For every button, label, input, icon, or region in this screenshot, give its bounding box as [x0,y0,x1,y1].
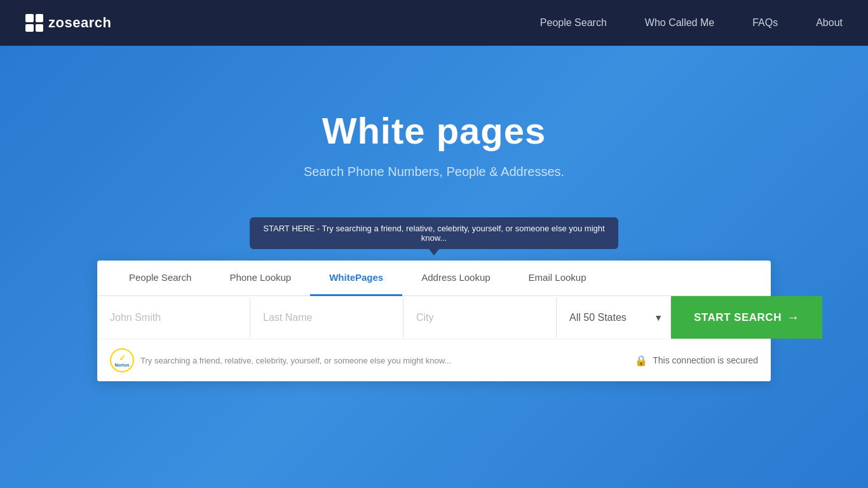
hero-subtitle: Search Phone Numbers, People & Addresses… [304,165,564,179]
search-button-label: START SEARCH [694,311,782,324]
search-form: All 50 StatesAlabamaAlaskaArizonaArkansa… [97,296,771,339]
state-select[interactable]: All 50 StatesAlabamaAlaskaArizonaArkansa… [564,298,654,337]
norton-text: Try searching a friend, relative, celebr… [140,356,451,365]
secure-badge: 🔒 This connection is secured [635,355,758,367]
tab-email-lookup[interactable]: Email Lookup [510,261,606,296]
nav-who-called-me[interactable]: Who Called Me [645,17,714,29]
chevron-down-icon: ▼ [654,313,663,323]
logo-text: zosearch [48,15,111,31]
search-widget: People Search Phone Lookup WhitePages Ad… [97,261,771,381]
nav-faqs[interactable]: FAQs [752,17,778,29]
start-search-button[interactable]: START SEARCH → [671,296,822,339]
logo[interactable]: zosearch [25,14,111,32]
lock-icon: 🔒 [635,355,648,367]
tooltip-text: START HERE - Try searching a friend, rel… [263,224,604,243]
tab-phone-lookup[interactable]: Phone Lookup [210,261,310,296]
arrow-right-icon: → [787,310,800,325]
secure-text: This connection is secured [653,355,758,365]
logo-icon [25,14,43,32]
search-bottom-bar: ✓ Norton Try searching a friend, relativ… [97,339,771,381]
norton-icon: ✓ Norton [110,348,134,372]
norton-badge: ✓ Norton Try searching a friend, relativ… [110,348,451,372]
nav-about[interactable]: About [816,17,843,29]
tooltip-bubble: START HERE - Try searching a friend, rel… [250,217,618,249]
tab-address-lookup[interactable]: Address Lookup [402,261,509,296]
navbar: zosearch People Search Who Called Me FAQ… [0,0,868,46]
hero-section: White pages Search Phone Numbers, People… [0,46,868,488]
norton-label: Norton [115,363,130,367]
search-tabs: People Search Phone Lookup WhitePages Ad… [97,261,771,296]
nav-menu: People Search Who Called Me FAQs About [540,17,843,29]
tab-people-search[interactable]: People Search [110,261,210,296]
tab-whitepages[interactable]: WhitePages [310,261,402,296]
norton-checkmark: ✓ [119,353,126,363]
first-name-input[interactable] [97,298,250,337]
nav-people-search[interactable]: People Search [540,17,607,29]
city-input[interactable] [403,298,557,337]
state-select-wrapper: All 50 StatesAlabamaAlaskaArizonaArkansa… [557,298,671,337]
last-name-input[interactable] [250,298,403,337]
hero-title: White pages [322,109,546,152]
